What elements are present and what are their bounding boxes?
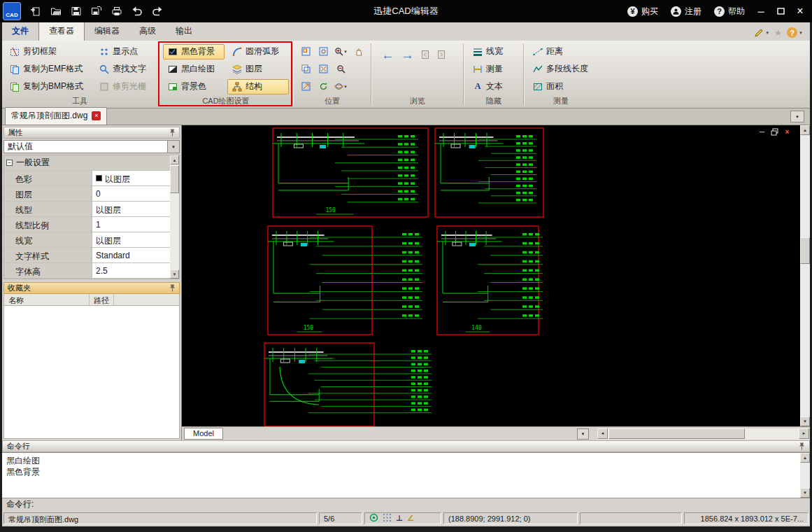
favorites-list[interactable] <box>3 306 180 439</box>
find-text-button[interactable]: 查找文字 <box>94 62 155 77</box>
osnap-marker-icon[interactable] <box>369 513 378 524</box>
copy-emf-button[interactable]: 复制为EMF格式 <box>5 62 92 77</box>
zoom-out-button[interactable] <box>333 62 350 77</box>
text-toggle-button[interactable]: A文本 <box>468 79 520 94</box>
collapse-icon[interactable]: − <box>6 160 13 166</box>
mdi-close-icon[interactable]: × <box>783 128 792 136</box>
scroll-down-icon[interactable]: ▼ <box>170 270 179 279</box>
tab-advanced[interactable]: 高级 <box>129 22 166 41</box>
layers-button[interactable]: 图层 <box>227 62 289 77</box>
zoom-window-button[interactable] <box>297 44 314 59</box>
angle-snap-icon[interactable]: ∠ <box>407 514 414 523</box>
close-button[interactable]: × <box>791 4 809 19</box>
lineweight-toggle-button[interactable]: 线宽 <box>468 44 520 59</box>
property-grid-scrollbar[interactable]: ▲ ▼ <box>170 155 179 279</box>
drawing-vscrollbar[interactable]: ▲ ▼ <box>800 125 810 426</box>
help-menu-button[interactable]: ?▼ <box>787 27 803 38</box>
structure-button[interactable]: 结构 <box>227 79 289 94</box>
preset-dropdown[interactable]: 默认值 ▼ <box>3 140 180 153</box>
scrollbar-thumb[interactable] <box>608 428 745 439</box>
buy-button[interactable]: ¥购买 <box>622 6 664 18</box>
grid-icon[interactable] <box>383 513 392 524</box>
scrollbar-thumb[interactable] <box>800 237 810 264</box>
scroll-down-icon[interactable]: ▼ <box>800 488 810 498</box>
drawing-hscrollbar[interactable]: ◄ ► <box>597 428 809 440</box>
maximize-button[interactable] <box>771 4 790 19</box>
scroll-up-icon[interactable]: ▲ <box>800 125 810 135</box>
preview-window-button[interactable] <box>315 44 332 59</box>
favorites-column-name[interactable]: 名称 <box>4 294 90 305</box>
favorites-column-path[interactable]: 路径 <box>90 294 114 305</box>
property-value[interactable]: 0 <box>92 186 170 201</box>
pan-button[interactable] <box>350 44 367 59</box>
tab-output[interactable]: 输出 <box>166 22 202 41</box>
polyline-length-button[interactable]: 多段线长度 <box>528 62 594 77</box>
cad-canvas[interactable]: 150150140 ─ × <box>182 125 800 426</box>
property-value[interactable]: 2.5 <box>92 263 170 278</box>
save-as-button[interactable] <box>86 2 106 20</box>
register-button[interactable]: 注册 <box>665 6 707 18</box>
minimize-button[interactable]: ─ <box>752 4 770 19</box>
bw-drawing-button[interactable]: 黑白绘图 <box>163 62 225 77</box>
preview-window-icon <box>319 47 328 56</box>
area-button[interactable]: 面积 <box>528 79 594 94</box>
ortho-icon[interactable]: ⊥ <box>396 514 403 523</box>
forward-button[interactable]: → <box>401 48 414 62</box>
pin-icon[interactable] <box>169 129 176 136</box>
property-value[interactable]: 1 <box>92 217 170 232</box>
distance-button[interactable]: 距离 <box>528 44 594 59</box>
help-button[interactable]: ?帮助 <box>708 6 750 18</box>
property-row-color: 色彩以图层 <box>4 171 170 186</box>
pin-icon[interactable] <box>169 284 176 292</box>
property-row-layer: 图层0 <box>4 186 170 202</box>
scroll-down-icon[interactable]: ▼ <box>800 416 810 426</box>
measure-toggle-button[interactable]: 测量 <box>468 62 520 77</box>
tab-list-dropdown-button[interactable]: ▼ <box>790 111 804 122</box>
undo-button[interactable] <box>127 2 147 20</box>
open-file-button[interactable] <box>45 2 66 20</box>
back-button[interactable]: ← <box>381 48 394 62</box>
group-separator <box>523 43 525 105</box>
tab-file[interactable]: 文件 <box>2 22 38 41</box>
redo-button[interactable] <box>147 2 167 20</box>
layout-dropdown-button[interactable]: ▼ <box>577 428 589 440</box>
property-value[interactable]: Standard <box>92 248 170 262</box>
close-tab-icon[interactable]: × <box>92 111 101 120</box>
property-value[interactable]: 以图层 <box>92 232 170 247</box>
document-tab[interactable]: 常规吊顶剖面图.dwg × <box>5 107 107 125</box>
scroll-up-icon[interactable]: ▲ <box>800 453 810 463</box>
new-file-button[interactable] <box>25 2 45 20</box>
copy-view-button[interactable] <box>297 62 314 77</box>
command-input-bar[interactable]: 命令行: <box>2 498 810 510</box>
tab-viewer[interactable]: 查看器 <box>38 22 85 41</box>
command-scrollbar[interactable]: ▲ ▼ <box>800 453 810 498</box>
scroll-left-icon[interactable]: ◄ <box>597 428 608 439</box>
tab-editor[interactable]: 编辑器 <box>85 22 129 41</box>
show-points-button[interactable]: 显示点 <box>94 44 155 59</box>
black-background-button[interactable]: 黑色背景 <box>163 44 225 59</box>
copy-bmp-button[interactable]: 复制为BMP格式 <box>5 79 92 94</box>
fit-view-button[interactable] <box>315 62 332 77</box>
print-button[interactable] <box>106 2 127 20</box>
scrollbar-thumb[interactable] <box>170 165 179 193</box>
favorites-star-icon[interactable]: ★ <box>774 28 782 38</box>
zoom-in-button[interactable]: ▼ <box>333 44 350 59</box>
scroll-up-icon[interactable]: ▲ <box>170 155 179 164</box>
zoom-dynamic-button[interactable] <box>297 79 314 94</box>
pin-icon[interactable] <box>799 442 805 450</box>
new-file-icon <box>30 6 41 17</box>
style-menu-button[interactable]: ▼ <box>754 28 769 38</box>
refresh-view-button[interactable] <box>315 79 332 94</box>
mdi-minimize-icon[interactable]: ─ <box>757 128 767 136</box>
background-color-button[interactable]: 背景色 <box>163 79 225 94</box>
save-button[interactable] <box>66 2 86 20</box>
cut-frame-button[interactable]: 剪切框架 <box>5 44 92 59</box>
property-value[interactable]: 以图层 <box>92 171 170 186</box>
scroll-right-icon[interactable]: ► <box>799 428 809 439</box>
orbit-button[interactable]: ▼ <box>333 79 350 94</box>
smooth-arc-button[interactable]: 圆滑弧形 <box>227 44 289 59</box>
mdi-restore-icon[interactable] <box>770 128 779 136</box>
model-tab[interactable]: Model <box>184 428 223 440</box>
property-value[interactable]: 以图层 <box>92 202 170 216</box>
property-section-row[interactable]: − 一般设置 <box>4 155 170 171</box>
